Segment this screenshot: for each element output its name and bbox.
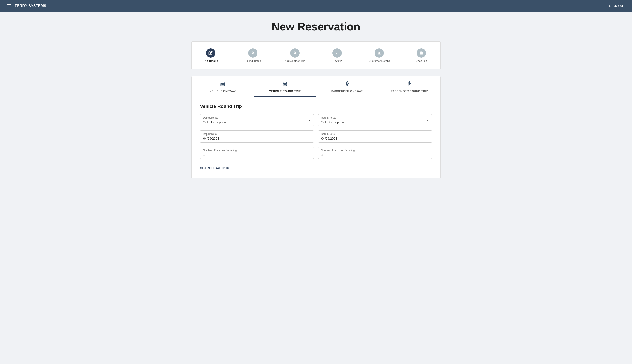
step-label-sailing-times: Sailing Times (245, 59, 261, 62)
vehicles-returning-group: Number of Vehicles Returning (318, 147, 432, 159)
step-circle-add-another-trip (290, 48, 300, 58)
vehicles-returning-input[interactable] (318, 147, 432, 159)
walk-icon-oneway (344, 81, 350, 88)
return-route-group: Return Route Select an option ▼ (318, 114, 432, 126)
step-trip-details[interactable]: Trip Details (200, 48, 221, 62)
form-content: Vehicle Round Trip Depart Route Select a… (192, 97, 440, 178)
menu-button[interactable] (7, 4, 12, 8)
return-date-group: Return Date (318, 130, 432, 142)
form-section-title: Vehicle Round Trip (200, 104, 432, 109)
step-label-add-another-trip: Add Another Trip (285, 59, 305, 62)
return-route-select[interactable]: Select an option (318, 114, 432, 126)
tab-label-vehicle-roundtrip: VEHICLE ROUND TRIP (269, 90, 301, 93)
vehicles-departing-input[interactable] (200, 147, 314, 159)
step-circle-checkout (417, 48, 426, 58)
depart-date-group: Depart Date (200, 130, 314, 142)
walk-icon-roundtrip (406, 81, 412, 88)
step-circle-customer-details (374, 48, 384, 58)
tab-label-vehicle-oneway: VEHICLE ONEWAY (210, 90, 236, 93)
app-title: FERRY SYSTEMS (15, 4, 46, 8)
step-sailing-times[interactable]: Sailing Times (242, 48, 263, 62)
dates-row: Depart Date Return Date (200, 130, 432, 142)
step-label-trip-details: Trip Details (203, 59, 218, 62)
depart-route-group: Depart Route Select an option ▼ (200, 114, 314, 126)
depart-date-input[interactable] (200, 130, 314, 142)
step-add-another-trip[interactable]: Add Another Trip (284, 48, 305, 62)
app-header: FERRY SYSTEMS SIGN OUT (0, 0, 632, 12)
sign-out-button[interactable]: SIGN OUT (609, 4, 625, 8)
route-row: Depart Route Select an option ▼ Return R… (200, 114, 432, 126)
step-circle-trip-details (206, 48, 215, 58)
step-label-review: Review (332, 59, 342, 62)
tab-label-passenger-roundtrip: PASSENGER ROUND TRIP (391, 90, 428, 93)
search-sailings-button[interactable]: SEARCH SAILINGS (200, 165, 230, 172)
step-review[interactable]: Review (327, 48, 348, 62)
tab-vehicle-roundtrip[interactable]: VEHICLE ROUND TRIP (254, 76, 316, 97)
step-circle-review (332, 48, 342, 58)
depart-route-select[interactable]: Select an option (200, 114, 314, 126)
form-card: VEHICLE ONEWAY VEHICLE ROUND TRIP PASSEN… (191, 76, 441, 178)
step-customer-details[interactable]: Customer Details (369, 48, 390, 62)
tab-vehicle-oneway[interactable]: VEHICLE ONEWAY (192, 76, 254, 97)
vehicles-departing-group: Number of Vehicles Departing (200, 147, 314, 159)
return-date-input[interactable] (318, 130, 432, 142)
wizard-steps-card: Trip Details Sailing Times Add Another T… (191, 42, 441, 70)
trip-type-tabs: VEHICLE ONEWAY VEHICLE ROUND TRIP PASSEN… (192, 76, 440, 97)
step-label-checkout: Checkout (416, 59, 427, 62)
tab-passenger-oneway[interactable]: PASSENGER ONEWAY (316, 76, 378, 97)
car-icon-roundtrip (282, 81, 288, 88)
wizard-steps: Trip Details Sailing Times Add Another T… (200, 48, 432, 62)
step-circle-sailing-times (248, 48, 258, 58)
tab-label-passenger-oneway: PASSENGER ONEWAY (331, 90, 363, 93)
step-checkout[interactable]: Checkout (411, 48, 432, 62)
tab-passenger-roundtrip[interactable]: PASSENGER ROUND TRIP (378, 76, 441, 97)
page-title: New Reservation (4, 20, 628, 33)
vehicles-row: Number of Vehicles Departing Number of V… (200, 147, 432, 159)
car-icon-oneway (220, 81, 226, 88)
step-label-customer-details: Customer Details (369, 59, 390, 62)
page-content: New Reservation Trip Details Sailing Tim… (0, 12, 632, 187)
